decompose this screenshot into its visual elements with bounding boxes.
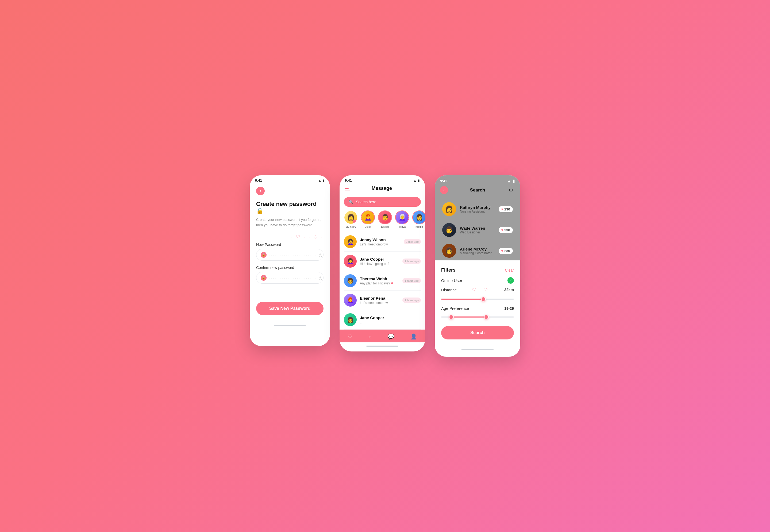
status-icons-2: ▲ ▮: [413, 179, 420, 182]
person-info-arlene: Arlene McCoy Marketing Coordinator: [460, 247, 495, 255]
story-inner-tanya: 👩‍🦳: [396, 211, 409, 224]
msg-body-eleanor: Eleanor Pena Let's meet tomorow !: [360, 296, 399, 305]
status-icons-1: ▲ ▮: [318, 179, 325, 182]
person-likes-wade: ♥ 230: [499, 227, 513, 233]
status-bar-3: 9:41 ▲ ▮: [435, 175, 520, 185]
person-likes-arlene: ♥ 230: [499, 248, 513, 254]
status-time-3: 9:41: [440, 179, 447, 183]
search-placeholder: Search here: [356, 200, 376, 204]
online-user-row: Online User ✓: [441, 277, 514, 284]
msg-preview-theresa: Any plan for Fridays?: [360, 281, 399, 285]
msg-name-eleanor: Eleanor Pena: [360, 296, 399, 300]
eye-icon-2[interactable]: ◎: [319, 275, 322, 280]
story-avatar-tanya: 👩‍🦳: [395, 210, 409, 224]
online-check-icon[interactable]: ✓: [507, 277, 514, 284]
age-row: Age Preference 19-29: [441, 306, 514, 311]
msg-body-jane2: Jane Cooper ...: [360, 315, 421, 324]
nav-search-icon[interactable]: ⌕: [368, 334, 372, 340]
message-search-bar[interactable]: 🔍 Search here: [344, 197, 421, 207]
msg-avatar-jane: 👩‍🦱: [344, 255, 357, 268]
msg-name-jane: Jane Cooper: [360, 257, 399, 261]
nav-chat-icon[interactable]: 💬: [388, 333, 394, 340]
story-avatar-kristin: 👩: [412, 210, 425, 224]
story-item-kristin[interactable]: 👩 Kristin: [412, 210, 425, 228]
age-slider[interactable]: [441, 314, 514, 320]
person-role-kathryn: Nursing Assistant: [460, 210, 495, 213]
heart-icon-arlene: ♥: [501, 249, 503, 253]
person-info-wade: Wade Warren Web Designer: [460, 226, 495, 234]
story-item-darrell[interactable]: 👨 Darrell: [378, 210, 392, 228]
person-item-wade[interactable]: 👨 Wade Warren Web Designer ♥ 230: [439, 220, 516, 240]
new-password-label: New Password: [256, 242, 324, 247]
person-role-arlene: Marketing Coordinator: [460, 251, 495, 255]
bottom-nav: ♡ ⌕ 💬 👤: [340, 330, 425, 342]
story-avatar-julie: 👩‍🦰: [361, 210, 375, 224]
wifi-icon-2: ▲: [413, 179, 417, 182]
create-password-title: Create new password 🔒: [256, 201, 324, 214]
status-bar-2: 9:41 ▲ ▮: [340, 175, 425, 184]
msg-body-theresa: Theresa Webb Any plan for Fridays?: [360, 276, 399, 285]
distance-value: 32km: [504, 288, 514, 292]
age-thumb-right[interactable]: [484, 315, 489, 319]
messages-content: Message 🔍 Search here 👩 + My Story: [340, 184, 425, 330]
search-action-button[interactable]: Search: [441, 326, 514, 339]
home-indicator-3: [461, 349, 493, 350]
wifi-icon-3: ▲: [507, 179, 511, 183]
msg-name-jenny: Jenny Wilson: [360, 237, 400, 242]
battery-icon-1: ▮: [323, 179, 325, 182]
lock-icon-2: 🔒: [261, 275, 267, 281]
story-label-mystory: My Story: [345, 225, 356, 228]
search-back-button[interactable]: ‹: [440, 186, 448, 194]
story-label-tanya: Tanya: [399, 225, 406, 228]
distance-fill: [441, 299, 483, 300]
search-page-title: Search: [470, 187, 485, 193]
confirm-password-input[interactable]: [269, 276, 316, 280]
msg-avatar-jenny: 👩‍🦱: [344, 235, 357, 248]
online-user-label: Online User: [441, 278, 462, 283]
distance-label: Distance: [441, 288, 457, 292]
msg-name-jane2: Jane Cooper: [360, 315, 421, 320]
likes-count-kathryn: 230: [504, 207, 510, 211]
save-password-button[interactable]: Save New Password: [256, 302, 324, 315]
gear-button[interactable]: ⚙: [507, 186, 515, 194]
age-thumb-left[interactable]: [449, 315, 454, 319]
search-icon-msg: 🔍: [349, 200, 353, 204]
age-label: Age Preference: [441, 306, 469, 311]
message-item-jenny[interactable]: 👩‍🦱 Jenny Wilson Let's meet tomorow ! 2 …: [344, 232, 421, 252]
person-item-kathryn[interactable]: 👩 Kathryn Murphy Nursing Assistant ♥ 230: [439, 199, 516, 219]
person-name-arlene: Arlene McCoy: [460, 247, 495, 251]
message-item-theresa[interactable]: 🧑 Theresa Webb Any plan for Fridays? 1 h…: [344, 271, 421, 291]
story-item-mystory[interactable]: 👩 + My Story: [344, 210, 358, 228]
message-item-jane2[interactable]: 👩 Jane Cooper ...: [344, 310, 421, 330]
message-item-eleanor[interactable]: 👩‍🦰 Eleanor Pena Let's meet tomorow ! 1 …: [344, 291, 421, 310]
story-item-tanya[interactable]: 👩‍🦳 Tanya: [395, 210, 409, 228]
hamburger-icon[interactable]: [345, 187, 350, 190]
back-button-1[interactable]: ‹: [256, 187, 265, 195]
msg-avatar-theresa: 🧑: [344, 274, 357, 287]
story-item-julie[interactable]: 👩‍🦰 Julie: [361, 210, 375, 228]
distance-thumb[interactable]: [481, 297, 486, 302]
message-item-jane[interactable]: 👩‍🦱 Jane Cooper Hi ! How's going on? 1 h…: [344, 252, 421, 271]
new-password-wrapper: 🔒 ◎: [256, 249, 324, 261]
clear-button[interactable]: Clear: [505, 268, 514, 272]
new-password-input[interactable]: [269, 253, 316, 257]
distance-slider[interactable]: [441, 296, 514, 302]
phone-messages: 9:41 ▲ ▮ Message 🔍 Search here: [340, 175, 425, 351]
create-password-subtitle: Create your new password if you forget i…: [256, 217, 324, 228]
search-back-arrow: ‹: [444, 188, 445, 192]
nav-heart-icon[interactable]: ♡: [348, 333, 352, 340]
lock-icon-1: 🔒: [261, 252, 267, 258]
person-name-kathryn: Kathryn Murphy: [460, 205, 495, 210]
story-add-badge: +: [353, 220, 357, 224]
status-time-2: 9:41: [345, 178, 352, 182]
person-name-wade: Wade Warren: [460, 226, 495, 230]
filters-header: Filters Clear: [441, 267, 514, 273]
story-label-kristin: Kristin: [415, 225, 423, 228]
filters-panel: Filters Clear Online User ✓ Distance ♡ ·…: [435, 262, 520, 346]
status-icons-3: ▲ ▮: [507, 178, 515, 183]
nav-profile-icon[interactable]: 👤: [410, 333, 417, 340]
heart-icon-wade: ♥: [501, 228, 503, 232]
person-item-arlene[interactable]: 👩 Arlene McCoy Marketing Coordinator ♥ 2…: [439, 241, 516, 260]
person-avatar-kathryn: 👩: [442, 202, 456, 216]
eye-icon-1[interactable]: ◎: [319, 252, 322, 257]
